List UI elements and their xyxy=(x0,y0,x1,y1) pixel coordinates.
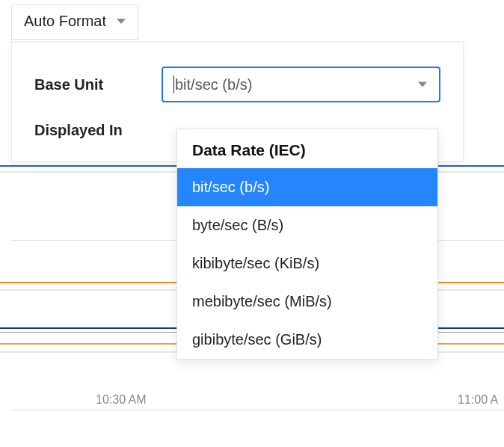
chart-axis-line xyxy=(11,410,504,410)
row-base-unit: Base Unit bit/sec (b/s) xyxy=(34,67,440,102)
dropdown-option[interactable]: bit/sec (b/s) xyxy=(177,168,437,206)
dropdown-option[interactable]: byte/sec (B/s) xyxy=(177,206,437,244)
dropdown-group-header: Data Rate (IEC) xyxy=(177,129,437,168)
dropdown-option[interactable]: kibibyte/sec (KiB/s) xyxy=(177,244,437,283)
chevron-down-icon xyxy=(418,82,427,87)
dropdown-option[interactable]: gibibyte/sec (GiB/s) xyxy=(177,321,437,359)
tab-label: Auto Format xyxy=(24,13,106,30)
dropdown-base-unit: Data Rate (IEC) bit/sec (b/s) byte/sec (… xyxy=(176,129,438,360)
tab-auto-format[interactable]: Auto Format xyxy=(11,4,138,40)
dropdown-option[interactable]: mebibyte/sec (MiB/s) xyxy=(177,283,437,321)
select-base-unit-value: bit/sec (b/s) xyxy=(175,76,252,93)
select-base-unit[interactable]: bit/sec (b/s) xyxy=(162,67,440,102)
axis-tick-label: 10:30 AM xyxy=(96,393,147,407)
text-cursor xyxy=(173,75,174,93)
label-base-unit: Base Unit xyxy=(34,76,162,93)
tab-bar: Auto Format xyxy=(11,4,138,40)
chevron-down-icon xyxy=(117,19,126,24)
label-displayed-in: Displayed In xyxy=(34,122,162,139)
axis-tick-label: 11:00 A xyxy=(458,393,498,407)
